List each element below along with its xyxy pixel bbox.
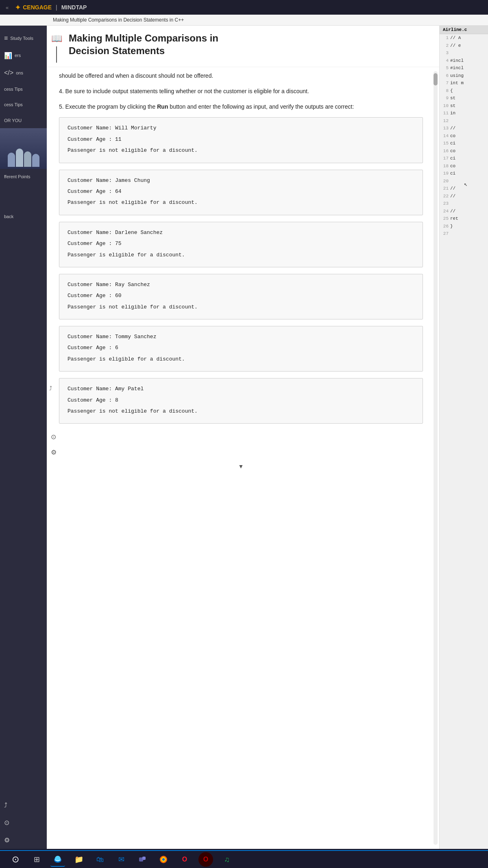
sidebar-fferent-label: fferent Points — [4, 174, 30, 179]
code-line: 14 co — [440, 132, 488, 140]
brand-logo: ✦ CENGAGE | MINDTAP — [15, 4, 87, 11]
sidebar-ons-label: ons — [16, 70, 23, 76]
help-icon: ⊙ — [4, 819, 9, 826]
code-line: 6using — [440, 72, 488, 80]
output-3-age: Customer Age : 75 — [68, 239, 414, 248]
line-code: using — [450, 72, 464, 79]
line-number: 12 — [441, 118, 449, 125]
sidebar-item-ers[interactable]: 📊 ers — [0, 47, 47, 64]
output-5-age: Customer Age : 6 — [68, 343, 414, 352]
scroll-down-indicator[interactable]: ▼ — [59, 462, 423, 471]
line-code: in — [450, 110, 455, 117]
opera-gx-button[interactable]: O — [198, 852, 213, 867]
line-number: 21 — [441, 185, 449, 192]
sidebar-item-cess-tips-2[interactable]: cess Tips — [0, 97, 47, 112]
breadcrumb: Making Multiple Comparisons in Decision … — [0, 15, 488, 26]
sidebar-item-cess-tips-1[interactable]: cess Tips — [0, 81, 47, 97]
sidebar-back-label: back — [4, 214, 13, 219]
file-explorer-button[interactable]: 📁 — [72, 852, 86, 867]
output-6-result: Passenger is not eligible for a discount… — [68, 407, 414, 416]
line-code: ci — [450, 170, 455, 177]
firefox-button[interactable] — [156, 852, 171, 867]
settings-icon: ⚙ — [4, 836, 10, 844]
scrollbar-track[interactable] — [434, 71, 438, 845]
code-line: 3 — [440, 49, 488, 57]
nav-arrows[interactable]: « — [6, 4, 9, 11]
sidebar-item-back[interactable]: back — [0, 209, 47, 224]
code-line: 8{ — [440, 87, 488, 95]
scrollbar-thumb[interactable] — [434, 73, 438, 85]
output-1-result: Passenger is not eligible for a discount… — [68, 146, 414, 155]
line-number: 9 — [441, 95, 449, 102]
line-number: 2 — [441, 42, 449, 49]
sidebar-oryou-label: OR YOU — [4, 118, 22, 123]
teams-button[interactable] — [135, 852, 150, 867]
sidebar-ers-label: ers — [15, 52, 21, 58]
output-box-2: Customer Name: James Chung Customer Age … — [59, 170, 423, 215]
person-2 — [16, 149, 23, 167]
sidebar-bottom: ⤴ ⊙ ⚙ — [0, 797, 47, 849]
line-number: 25 — [441, 215, 449, 222]
brand-separator: | — [56, 4, 57, 11]
line-number: 7 — [441, 80, 449, 87]
code-line: 27 — [440, 230, 488, 238]
line-number: 18 — [441, 163, 449, 170]
share-icon-inline[interactable]: ⤴ — [49, 384, 52, 393]
sidebar-item-ons[interactable]: </> ons — [0, 64, 47, 81]
sidebar-item-fferent-points[interactable]: fferent Points — [0, 169, 47, 184]
line-number: 10 — [441, 103, 449, 109]
line-number: 13 — [441, 125, 449, 132]
output-2-age: Customer Age : 64 — [68, 187, 414, 196]
code-line: 1// A — [440, 34, 488, 42]
output-box-3: Customer Name: Darlene Sanchez Customer … — [59, 222, 423, 267]
sidebar-item-study-tools[interactable]: ≡ Study Tools — [0, 30, 47, 47]
output-2-name: Customer Name: James Chung — [68, 176, 414, 185]
breadcrumb-text: Making Multiple Comparisons in Decision … — [53, 17, 184, 23]
line-number: 16 — [441, 148, 449, 155]
content-title-line1: Making Multiple Comparisons in — [69, 32, 218, 44]
opera-button[interactable]: O — [177, 852, 192, 867]
sidebar-help-button[interactable]: ⊙ — [0, 814, 47, 831]
code-lines: 1// A2// e34#incl5#incl6using7int m8{9 s… — [440, 34, 488, 238]
line-code: co — [450, 163, 455, 170]
windows-start-button[interactable]: ⊙ — [8, 852, 23, 867]
output-6-name: Customer Name: Amy Patel — [68, 384, 414, 394]
step3-continuation: should be offered and when a discount sh… — [59, 71, 423, 81]
output-box-6-wrapper: ⤴ Customer Name: Amy Patel Customer Age … — [59, 378, 423, 424]
line-number: 15 — [441, 140, 449, 147]
line-code: st — [450, 95, 455, 102]
line-code: } — [450, 223, 453, 230]
line-code: co — [450, 148, 455, 155]
code-icon: </> — [4, 69, 13, 77]
step5-text: 5. Execute the program by clicking the R… — [59, 102, 423, 112]
line-number: 3 — [441, 50, 449, 57]
sidebar-item-or-you[interactable]: OR YOU — [0, 113, 47, 128]
output-3-name: Customer Name: Darlene Sanchez — [68, 228, 414, 237]
gear-circle-icon[interactable]: ⚙ — [51, 447, 423, 458]
store-button[interactable]: 🛍 — [93, 852, 107, 867]
bottom-icons: ⊙ ⚙ — [51, 432, 423, 457]
edge-browser-button[interactable] — [50, 852, 65, 867]
line-number: 6 — [441, 72, 449, 79]
line-code: ret — [450, 215, 458, 222]
code-line: 10 st — [440, 102, 488, 110]
mail-button[interactable]: ✉ — [114, 852, 129, 867]
brand-name: CENGAGE — [23, 4, 52, 11]
sidebar-settings-button[interactable]: ⚙ — [0, 831, 47, 849]
code-line: 9 st — [440, 94, 488, 102]
output-box-5: Customer Name: Tommy Sanchez Customer Ag… — [59, 326, 423, 372]
code-panel-title: Airline.c — [440, 26, 488, 34]
code-panel: Airline.c 1// A2// e34#incl5#incl6using7… — [439, 26, 488, 849]
output-2-result: Passenger is not eligible for a discount… — [68, 198, 414, 207]
sidebar-cess2-label: cess Tips — [4, 102, 23, 107]
output-1-age: Customer Age : 11 — [68, 135, 414, 144]
help-circle-icon[interactable]: ⊙ — [51, 432, 423, 442]
content-title-line2: Decision Statements — [69, 44, 218, 57]
task-view-button[interactable]: ⊞ — [29, 852, 44, 867]
spotify-button[interactable]: ♫ — [220, 852, 234, 867]
sidebar-share-button[interactable]: ⤴ — [0, 797, 47, 814]
top-bar: « ✦ CENGAGE | MINDTAP — [0, 0, 488, 15]
cengage-icon: ✦ — [15, 4, 20, 11]
line-code: // e — [450, 42, 461, 49]
output-4-age: Customer Age : 60 — [68, 291, 414, 300]
